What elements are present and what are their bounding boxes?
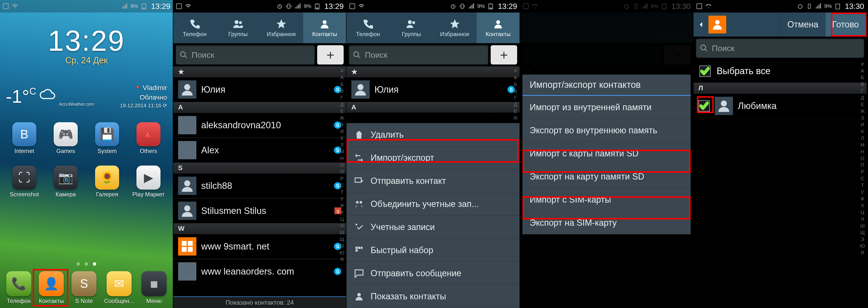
az-letter[interactable]: У: [858, 189, 867, 195]
az-letter[interactable]: #: [338, 67, 346, 74]
select-all-checkbox[interactable]: [699, 65, 711, 77]
selectable-contact-row[interactable]: Любимка: [693, 93, 867, 118]
az-letter[interactable]: Р: [338, 175, 346, 182]
az-letter[interactable]: З: [338, 121, 346, 128]
az-letter[interactable]: Ц: [338, 216, 346, 222]
search-box[interactable]: [349, 45, 488, 64]
az-letter[interactable]: Ш: [338, 229, 346, 236]
weather-widget[interactable]: -1°C AccuWeather.com 📍 Vladimir Облачно …: [6, 80, 167, 113]
tab-groups[interactable]: Группы: [216, 12, 260, 43]
az-letter[interactable]: Ц: [858, 209, 867, 216]
dialog-import-internal[interactable]: Импорт из внутренней памяти: [522, 96, 691, 119]
az-letter[interactable]: Б: [512, 81, 520, 88]
az-letter[interactable]: Н: [338, 155, 346, 162]
tab-groups[interactable]: Группы: [390, 12, 433, 43]
az-letter[interactable]: О: [338, 162, 346, 168]
dialog-export-sim[interactable]: Экспорт на SIM-карту: [522, 211, 691, 234]
az-letter[interactable]: Ж: [858, 108, 867, 115]
contact-row[interactable]: Alex S: [173, 137, 346, 163]
az-letter[interactable]: З: [858, 115, 867, 121]
selection-list[interactable]: Выбрать все Л Любимка #АБВГДЕЖЗИКЛМНОПРС…: [693, 60, 867, 308]
az-letter[interactable]: Г: [338, 94, 346, 101]
dock-phone[interactable]: 📞Телефон: [6, 271, 31, 304]
az-letter[interactable]: #: [858, 61, 867, 67]
menu-send-message[interactable]: Отправить сообщение: [346, 262, 520, 285]
dock-snote[interactable]: SS Note: [71, 271, 96, 304]
menu-import-export[interactable]: Импорт/экспорт: [346, 146, 520, 170]
menu-delete[interactable]: Удалить: [346, 123, 520, 146]
az-index[interactable]: #АБВГДЕЖЗИКЛМНОПРСТУФХЦЧШЩЭЮЯ: [858, 60, 867, 308]
az-index[interactable]: #АБВГДЕЖЗИКЛМНОПРСТУФХЦЧШЩЭЮЯ: [338, 66, 346, 297]
tab-phone[interactable]: Телефон: [173, 12, 216, 43]
az-letter[interactable]: Щ: [338, 236, 346, 243]
tab-phone[interactable]: Телефон: [346, 12, 390, 43]
az-letter[interactable]: Р: [858, 168, 867, 175]
az-letter[interactable]: Т: [858, 182, 867, 189]
search-input[interactable]: [365, 50, 485, 60]
az-letter[interactable]: Я: [858, 249, 867, 256]
az-letter[interactable]: К: [858, 128, 867, 135]
app-screenshot[interactable]: ⛶Screenshot: [5, 165, 44, 207]
contact-row[interactable]: stilch88 S: [173, 173, 346, 198]
contact-row[interactable]: Юлия S: [173, 77, 346, 102]
az-letter[interactable]: Д: [338, 101, 346, 108]
az-letter[interactable]: Ч: [858, 216, 867, 222]
cancel-button[interactable]: Отмена: [780, 12, 825, 37]
az-letter[interactable]: Э: [858, 236, 867, 243]
clock-widget[interactable]: 13:29 Ср, 24 Дек: [48, 24, 125, 65]
az-letter[interactable]: А: [338, 74, 346, 81]
search-input[interactable]: [191, 50, 311, 60]
az-letter[interactable]: Е: [858, 101, 867, 108]
az-letter[interactable]: Б: [338, 81, 346, 88]
app-playmarket[interactable]: ▶Play Маркет: [129, 165, 168, 207]
contact-row[interactable]: ЮлияS: [346, 77, 520, 102]
az-letter[interactable]: Х: [858, 202, 867, 209]
tab-contacts[interactable]: Контакты: [303, 12, 346, 43]
dialog-export-internal[interactable]: Экспорт во внутреннюю память: [522, 119, 691, 142]
az-letter[interactable]: Ж: [512, 115, 520, 121]
az-letter[interactable]: Т: [338, 189, 346, 195]
az-letter[interactable]: Г: [858, 88, 867, 94]
app-internet[interactable]: ВInternet: [5, 122, 44, 163]
dialog-import-sd[interactable]: Импорт с карты памяти SD: [522, 142, 691, 165]
dock-messages[interactable]: ✉Сообщен...: [104, 271, 134, 304]
az-letter[interactable]: Ф: [338, 202, 346, 209]
tab-contacts[interactable]: Контакты: [476, 12, 520, 43]
app-gallery[interactable]: 🌻Галерея: [88, 165, 127, 207]
menu-speed-dial[interactable]: Быстрый набор: [346, 239, 520, 262]
az-letter[interactable]: М: [338, 148, 346, 155]
az-letter[interactable]: Ж: [338, 115, 346, 121]
menu-show-contacts[interactable]: Показать контакты: [346, 285, 520, 308]
az-letter[interactable]: Е: [338, 108, 346, 115]
menu-accounts[interactable]: Учетные записи: [346, 216, 520, 239]
az-letter[interactable]: Л: [858, 135, 867, 142]
menu-send-contact[interactable]: Отправить контакт: [346, 170, 520, 192]
search-box[interactable]: [696, 38, 864, 58]
az-letter[interactable]: Ч: [338, 222, 346, 229]
az-letter[interactable]: А: [512, 74, 520, 81]
search-input[interactable]: [712, 43, 860, 53]
app-camera[interactable]: 📷Камера: [46, 165, 85, 207]
az-letter[interactable]: И: [858, 121, 867, 128]
az-letter[interactable]: У: [338, 195, 346, 202]
az-letter[interactable]: Ф: [858, 195, 867, 202]
app-others[interactable]: 🔺Others: [129, 122, 168, 163]
az-letter[interactable]: П: [338, 168, 346, 175]
contact-row[interactable]: Stilusmen Stilus g: [173, 198, 346, 223]
az-letter[interactable]: В: [858, 81, 867, 88]
search-box[interactable]: [176, 45, 315, 64]
select-all-row[interactable]: Выбрать все: [693, 60, 867, 83]
menu-merge-accounts[interactable]: Объединить учетные зап...: [346, 192, 520, 216]
az-letter[interactable]: Ш: [858, 222, 867, 229]
az-letter[interactable]: Л: [338, 142, 346, 148]
az-letter[interactable]: Г: [512, 94, 520, 101]
az-letter[interactable]: Х: [338, 209, 346, 216]
tab-favorites[interactable]: Избранное: [433, 12, 476, 43]
az-letter[interactable]: Ю: [338, 249, 346, 256]
az-letter[interactable]: П: [858, 162, 867, 168]
az-letter[interactable]: М: [858, 142, 867, 148]
az-letter[interactable]: О: [858, 155, 867, 162]
contact-row[interactable]: www 9smart. net S: [173, 234, 346, 259]
az-letter[interactable]: К: [338, 135, 346, 142]
az-letter[interactable]: И: [338, 128, 346, 135]
